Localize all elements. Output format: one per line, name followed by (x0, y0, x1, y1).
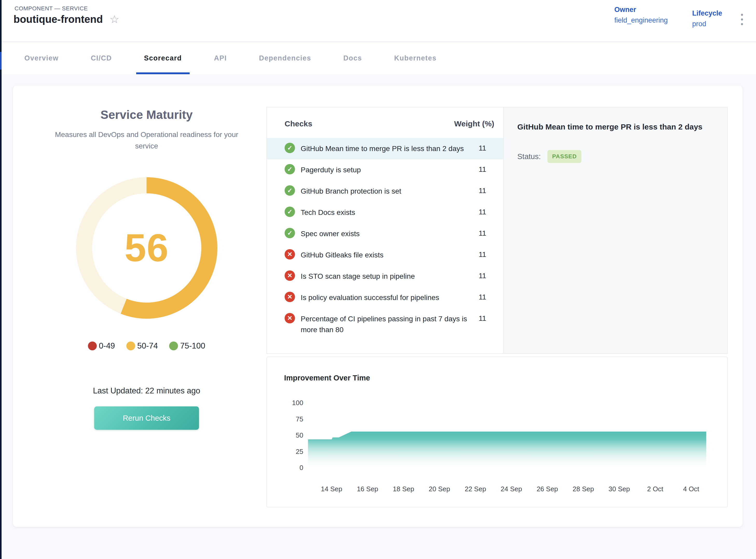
check-detail-panel: GitHub Mean time to merge PR is less tha… (503, 108, 727, 353)
legend-dot-icon (169, 341, 178, 350)
x-axis-tick: 18 Sep (387, 485, 420, 493)
check-pass-icon: ✓ (284, 143, 295, 153)
checks-panel: Checks Weight (%) ✓ GitHub Mean time to … (267, 107, 728, 354)
checks-table-header: Checks Weight (%) (267, 108, 503, 138)
score-legend: 0-49 50-74 75-100 (13, 341, 280, 351)
weight-column-header: Weight (%) (454, 119, 494, 128)
y-axis-tick: 100 (275, 399, 303, 407)
x-axis-tick: 24 Sep (495, 485, 528, 493)
y-axis-tick: 25 (275, 448, 303, 456)
status-label: Status: (517, 152, 541, 161)
check-pass-icon: ✓ (284, 206, 295, 217)
favorite-star-icon[interactable]: ☆ (110, 14, 119, 25)
check-pass-icon: ✓ (284, 164, 295, 174)
improvement-chart-card: Improvement Over Time 1007550250 14 Sep1… (267, 357, 728, 507)
tab-api[interactable]: API (206, 42, 235, 74)
tab-docs[interactable]: Docs (336, 42, 370, 74)
legend-item: 0-49 (88, 341, 115, 351)
check-row[interactable]: ✕ GitHub Gitleaks file exists 11 (267, 244, 503, 266)
checks-column-header: Checks (284, 119, 454, 128)
legend-dot-icon (88, 341, 97, 350)
scorecard-subtitle: Measures all DevOps and Operational read… (44, 129, 249, 152)
scorecard-card: Service Maturity Measures all DevOps and… (13, 86, 742, 527)
app-root: COMPONENT — SERVICE boutique-frontend ☆ … (0, 0, 756, 559)
x-axis-tick: 26 Sep (530, 485, 564, 493)
donut-center: 56 (92, 193, 201, 303)
tab-kubernetes[interactable]: Kubernetes (386, 42, 444, 74)
improvement-area-chart (308, 403, 728, 468)
tab-scorecard[interactable]: Scorecard (136, 42, 190, 74)
maturity-summary: Service Maturity Measures all DevOps and… (13, 86, 280, 152)
status-badge: PASSED (547, 150, 581, 163)
y-axis-tick: 0 (275, 464, 303, 472)
kebab-menu-icon[interactable] (741, 13, 743, 26)
check-row[interactable]: ✓ GitHub Branch protection is set 11 (267, 181, 503, 202)
check-fail-icon: ✕ (284, 249, 295, 260)
check-row[interactable]: ✕ Is policy evaluation successful for pi… (267, 287, 503, 308)
owner-label[interactable]: Owner (614, 6, 668, 14)
collapsed-sidebar-rail (0, 0, 2, 559)
check-row[interactable]: ✓ Spec owner exists 11 (267, 223, 503, 244)
page-title: boutique-frontend (14, 14, 103, 25)
legend-dot-icon (127, 341, 135, 350)
score-donut-chart: 56 (76, 177, 217, 319)
x-axis-tick: 2 Oct (638, 485, 672, 493)
x-axis-tick: 20 Sep (422, 485, 456, 493)
x-axis-tick: 28 Sep (566, 485, 600, 493)
owner-value-link[interactable]: field_engineering (614, 16, 668, 24)
last-updated-text: Last Updated: 22 minutes ago (13, 386, 280, 396)
y-axis-tick: 50 (275, 431, 303, 439)
check-fail-icon: ✕ (284, 270, 295, 281)
check-row[interactable]: ✓ Tech Docs exists 11 (267, 202, 503, 223)
check-fail-icon: ✕ (284, 292, 295, 302)
score-value: 56 (124, 225, 169, 270)
tab-ci-cd[interactable]: CI/CD (83, 42, 120, 74)
x-axis-tick: 16 Sep (351, 485, 385, 493)
check-row[interactable]: ✓ Pagerduty is setup 11 (267, 159, 503, 181)
checks-list: Checks Weight (%) ✓ GitHub Mean time to … (267, 108, 503, 353)
x-axis-tick: 4 Oct (674, 485, 708, 493)
tab-overview[interactable]: Overview (17, 42, 66, 74)
check-pass-icon: ✓ (284, 228, 295, 238)
legend-item: 75-100 (169, 341, 205, 351)
tab-bar: OverviewCI/CDScorecardAPIDependenciesDoc… (0, 42, 756, 74)
scorecard-title: Service Maturity (13, 108, 280, 122)
legend-item: 50-74 (127, 341, 158, 351)
owner-block: Owner field_engineering (614, 6, 668, 24)
check-fail-icon: ✕ (284, 313, 295, 323)
y-axis-tick: 75 (275, 415, 303, 423)
lifecycle-label[interactable]: Lifecycle (692, 9, 722, 17)
rerun-checks-button[interactable]: Rerun Checks (94, 406, 199, 430)
check-row[interactable]: ✕ Is STO scan stage setup in pipeline 11 (267, 266, 503, 287)
check-pass-icon: ✓ (284, 185, 295, 196)
chart-title: Improvement Over Time (284, 374, 370, 382)
tab-dependencies[interactable]: Dependencies (251, 42, 319, 74)
x-axis-tick: 22 Sep (458, 485, 492, 493)
sidebar-active-indicator (0, 52, 2, 70)
check-row[interactable]: ✕ Percentage of CI pipelines passing in … (267, 308, 503, 340)
breadcrumb: COMPONENT — SERVICE (15, 5, 88, 12)
area-series (308, 431, 706, 468)
lifecycle-block: Lifecycle prod (692, 9, 722, 28)
x-axis-tick: 14 Sep (315, 485, 348, 493)
page-header: COMPONENT — SERVICE boutique-frontend ☆ … (0, 0, 756, 42)
lifecycle-value-link[interactable]: prod (692, 20, 722, 28)
check-row[interactable]: ✓ GitHub Mean time to merge PR is less t… (267, 138, 503, 159)
check-detail-title: GitHub Mean time to merge PR is less tha… (517, 120, 704, 134)
x-axis-tick: 30 Sep (602, 485, 636, 493)
